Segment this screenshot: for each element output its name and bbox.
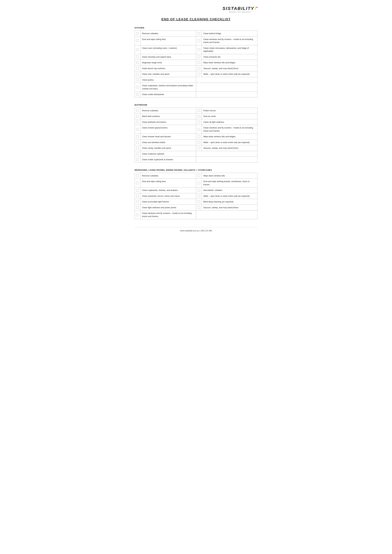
checkbox[interactable] [136, 201, 139, 203]
checkbox-cell [135, 134, 140, 139]
checkbox[interactable] [136, 61, 139, 64]
checklist-item: Clean medicine cabinets [135, 151, 196, 157]
checkbox[interactable] [198, 32, 200, 35]
checklist-item: Wipe down window sills and ledges [196, 60, 258, 66]
checkbox[interactable] [198, 195, 200, 197]
checkbox[interactable] [136, 78, 139, 81]
checkbox[interactable] [136, 152, 139, 155]
item-text: Clean windows and fly screens – inside &… [202, 36, 257, 45]
checkbox-cell [135, 125, 140, 134]
item-text: Clean cupboards, shelves, and drawers [140, 187, 196, 193]
checkbox[interactable] [198, 48, 200, 51]
checkbox[interactable] [198, 128, 200, 131]
checklist-item: Dust and wipe ceiling fans [135, 179, 196, 187]
item-text: Clean inside microwave, dishwasher, and … [202, 45, 257, 54]
checkbox[interactable] [198, 174, 200, 177]
item-text: Clean accessible light fixtures [140, 199, 196, 205]
item-text: Blind deep cleaning (as required) [202, 199, 257, 205]
checkbox[interactable] [198, 121, 200, 123]
checklist-item: Vacuum, sweep, and mop (hard) floors [196, 66, 258, 71]
checkbox[interactable] [198, 109, 200, 112]
checkbox[interactable] [198, 67, 200, 69]
checkbox[interactable] [198, 73, 200, 75]
checkbox[interactable] [136, 141, 139, 144]
item-text: Dust and wipe skirting boards, architrav… [202, 179, 257, 187]
checkbox[interactable] [136, 55, 139, 58]
checklist-item: Clean stovetop and splash back [135, 54, 196, 60]
checkbox-cell [196, 125, 202, 134]
checkbox[interactable] [136, 40, 139, 42]
checkbox[interactable] [136, 121, 139, 123]
checkbox-cell [135, 60, 140, 65]
item-text: Dust and wipe ceiling fans [140, 36, 196, 45]
checklist-item: Clean windows and fly screens – inside &… [196, 36, 258, 45]
checklist-item: Clean behind fridge [196, 31, 258, 36]
checkbox[interactable] [136, 109, 139, 112]
checkbox[interactable] [198, 135, 200, 138]
checklist-item: Clean inside microwave, dishwasher, and … [196, 45, 258, 54]
checklist-item: Clean bathtubs and basins [135, 119, 196, 125]
checkbox[interactable] [136, 73, 139, 75]
checklist-item: Clean cupboards, shelves and drawers (in… [135, 83, 196, 92]
checkbox-cell [135, 205, 140, 210]
item-text: Wipe down window sills [202, 173, 257, 179]
checkbox[interactable] [136, 195, 139, 197]
checkbox-cell [196, 31, 202, 36]
checkbox[interactable] [136, 214, 139, 216]
checkbox-cell [135, 179, 140, 187]
checklist-item: Dust and wipe skirting boards, architrav… [196, 179, 258, 187]
checkbox[interactable] [198, 141, 200, 144]
checkbox[interactable] [136, 174, 139, 177]
item-text: Vacuum, sweep, and mop (hard) floors [202, 145, 257, 151]
checkbox[interactable] [136, 135, 139, 138]
checkbox[interactable] [136, 32, 139, 35]
checklist-item: Clean pantry [135, 77, 196, 83]
item-text: Walls – spot clean or wash entire wall (… [202, 193, 257, 199]
checkbox-cell [196, 199, 202, 205]
checkbox-cell [135, 199, 140, 205]
checkbox-cell [196, 108, 202, 113]
checkbox[interactable] [198, 147, 200, 149]
checkbox[interactable] [136, 206, 139, 209]
item-text: Clean light switches and power points [140, 205, 196, 210]
checkbox[interactable] [136, 67, 139, 69]
checkbox[interactable] [136, 158, 139, 161]
checkbox[interactable] [198, 189, 200, 192]
checklist-item [196, 210, 258, 219]
checkbox-cell [135, 145, 140, 151]
checkbox[interactable] [198, 40, 200, 42]
checkbox[interactable] [198, 206, 200, 209]
item-text: Vacuum, sweep, and mop (hard) floors [202, 66, 257, 71]
checkbox[interactable] [136, 189, 139, 192]
checkbox-cell [135, 45, 140, 54]
checkbox[interactable] [198, 115, 200, 118]
item-text: Vacuum, sweep, and mop (hard) floors [202, 205, 257, 210]
section-title-bedrooms: BEDROOMS, LIVING ROOMS, DINING ROOMS, HA… [135, 169, 258, 171]
checkbox[interactable] [136, 115, 139, 118]
checkbox[interactable] [136, 128, 139, 131]
item-text: Clean medicine cabinets [140, 151, 196, 157]
checkbox[interactable] [198, 55, 200, 58]
checkbox[interactable] [136, 182, 139, 184]
item-text: Dust blinds / shutters [202, 187, 257, 193]
section-kitchen: KITCHENRemove cobwebsClean behind fridge… [135, 27, 258, 97]
page-title: END OF LEASE CLEANING CHECKLIST [135, 17, 258, 21]
checkbox[interactable] [198, 61, 200, 64]
checkbox[interactable] [136, 48, 139, 51]
checkbox[interactable] [136, 147, 139, 149]
checkbox-cell [135, 36, 140, 45]
item-text: Remove cobwebs [140, 108, 196, 113]
item-text: Clean and disinfect toilets [140, 140, 196, 145]
checklist-item [196, 92, 258, 97]
item-text: Wipe down window sills and ledges [202, 60, 257, 65]
checkbox[interactable] [198, 182, 200, 184]
checkbox-cell [135, 113, 140, 119]
checkbox[interactable] [198, 201, 200, 203]
checklist-item [196, 157, 258, 163]
item-text: Clean inside dishwasher [140, 92, 196, 97]
checkbox[interactable] [136, 86, 139, 89]
checklist-item: Clean light switches and power points [135, 205, 196, 211]
checklist-item: Walls – spot clean or wash entire wall (… [196, 140, 258, 145]
checkbox-cell [196, 187, 202, 193]
checkbox[interactable] [136, 93, 139, 96]
